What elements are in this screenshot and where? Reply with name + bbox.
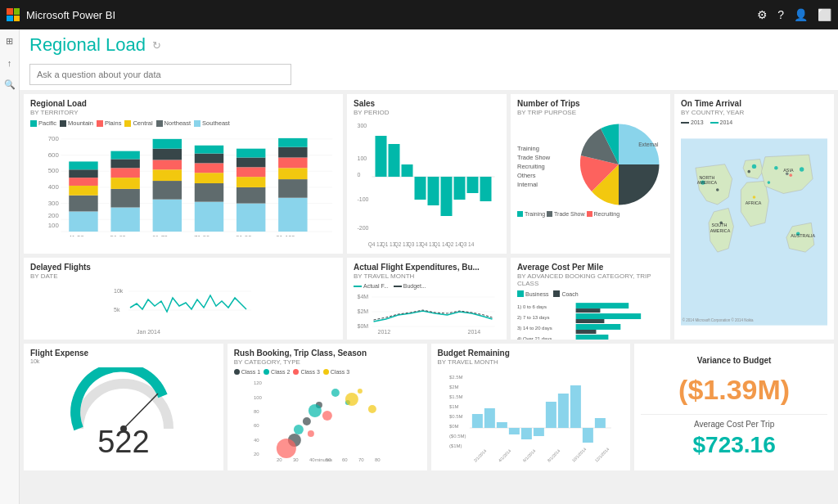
svg-text:4/1/2014: 4/1/2014 (497, 448, 511, 463)
svg-rect-49 (278, 138, 307, 147)
svg-rect-22 (110, 178, 139, 189)
svg-rect-175 (533, 428, 543, 436)
qa-input[interactable] (29, 64, 291, 85)
row3: Flight Expense 10k 0 645 (24, 344, 834, 470)
svg-rect-31 (153, 139, 182, 149)
actual-subtitle: BY TRAVEL MONTH (354, 272, 500, 280)
svg-text:600: 600 (48, 151, 60, 159)
refresh-icon[interactable]: ↻ (152, 39, 161, 52)
svg-point-144 (294, 425, 304, 434)
svg-rect-21 (110, 189, 139, 208)
svg-text:2/1/2014: 2/1/2014 (472, 448, 487, 463)
svg-rect-25 (110, 151, 139, 160)
gauge-value: 522 (97, 425, 149, 460)
svg-rect-118 (576, 303, 629, 308)
svg-text:$2M: $2M (358, 308, 369, 314)
avg-cost-title: Average Cost Per Mile (517, 263, 664, 272)
window-icon[interactable]: ⬜ (818, 8, 831, 21)
sidebar-icon-grid[interactable]: ⊞ (6, 36, 13, 47)
avg-cost-card: Average Cost Per Mile BY ADVANCED BOOKIN… (511, 258, 670, 340)
svg-text:$2M: $2M (448, 385, 458, 389)
app-logo: Microsoft Power BI (7, 8, 115, 21)
svg-rect-67 (441, 177, 453, 216)
regional-load-chart: 700 600 500 400 300 200 100 (30, 130, 336, 236)
svg-rect-180 (594, 418, 605, 428)
svg-rect-172 (496, 422, 507, 428)
svg-text:2014: 2014 (468, 329, 481, 335)
svg-text:61-70: 61-70 (152, 234, 168, 236)
sidebar-icon-nav[interactable]: ↑ (7, 58, 12, 68)
svg-text:20: 20 (254, 452, 259, 457)
svg-text:($1M): ($1M) (448, 443, 462, 448)
svg-rect-32 (195, 202, 223, 232)
svg-point-82 (716, 188, 719, 191)
settings-icon[interactable]: ⚙ (757, 8, 768, 21)
svg-text:4) Over 21 days: 4) Over 21 days (517, 336, 552, 340)
svg-text:$1.5M: $1.5M (448, 394, 462, 399)
svg-rect-15 (69, 196, 97, 212)
svg-rect-171 (484, 408, 494, 428)
svg-rect-62 (376, 136, 387, 177)
svg-point-87 (800, 167, 804, 171)
svg-rect-120 (576, 324, 621, 330)
svg-text:ASIA: ASIA (783, 168, 794, 173)
svg-text:6/1/2014: 6/1/2014 (521, 448, 536, 463)
svg-rect-41 (237, 167, 265, 177)
svg-point-142 (303, 417, 311, 425)
sidebar-icon-search[interactable]: 🔍 (4, 79, 16, 90)
svg-point-152 (345, 393, 358, 406)
trips-title: Number of Trips (517, 99, 664, 108)
svg-text:20: 20 (277, 457, 282, 462)
svg-rect-122 (576, 308, 601, 313)
svg-rect-174 (520, 428, 531, 439)
svg-text:300: 300 (48, 200, 60, 207)
svg-rect-14 (69, 211, 97, 232)
variance-card: Variance to Budget ($1.39M) Average Cost… (634, 344, 834, 470)
user-icon[interactable]: 👤 (794, 8, 808, 21)
avg-cost-subtitle: BY ADVANCED BOOKING CATEGORY, TRIP CLASS (517, 272, 664, 287)
svg-text:$0M: $0M (358, 323, 369, 329)
variance-value: ($1.39M) (641, 374, 827, 406)
svg-text:$1M: $1M (448, 404, 458, 409)
svg-text:NORTH: NORTH (699, 175, 714, 180)
svg-text:($0.5M): ($0.5M) (448, 434, 466, 439)
avgcost-chart: 1) 0 to 6 days 2) 7 to 13 days 3) 14 to … (517, 299, 664, 340)
svg-rect-123 (576, 319, 605, 323)
svg-point-145 (309, 404, 322, 417)
ontime-map-card: On Time Arrival BY COUNTRY, YEAR 2013 20… (674, 94, 834, 340)
svg-text:5k: 5k (114, 307, 120, 313)
rush-chart: 120 100 80 60 40 20 minutes (234, 376, 421, 462)
flight-expense-card: Flight Expense 10k 0 645 (24, 344, 223, 470)
help-icon[interactable]: ? (777, 8, 784, 21)
svg-rect-18 (69, 169, 97, 178)
svg-rect-124 (576, 330, 597, 334)
svg-rect-37 (195, 146, 223, 154)
svg-text:2) 7 to 13 days: 2) 7 to 13 days (517, 315, 549, 320)
svg-text:AMERICA: AMERICA (710, 228, 731, 233)
trips-subtitle: BY TRIP PURPOSE (517, 109, 664, 116)
svg-rect-17 (69, 178, 97, 186)
svg-rect-173 (508, 428, 519, 434)
svg-rect-70 (480, 177, 492, 201)
dashboard-title-row: Regional Load ↻ (29, 34, 828, 56)
svg-rect-44 (278, 198, 307, 232)
flight-expense-title: Flight Expense (30, 349, 217, 358)
svg-point-86 (789, 173, 792, 177)
actual-chart: $4M $2M $0M 2012 2014 (354, 290, 500, 335)
svg-text:80: 80 (254, 409, 259, 414)
svg-text:300: 300 (358, 123, 367, 128)
svg-text:$0.5M: $0.5M (448, 414, 462, 419)
svg-point-146 (331, 389, 340, 397)
svg-text:71-80: 71-80 (194, 234, 210, 236)
actual-title: Actual Flight Expenditures, Bu... (354, 263, 500, 272)
svg-rect-66 (428, 177, 439, 205)
budget-large-subtitle: BY TRAVEL MONTH (438, 358, 624, 366)
world-map: NORTH AMERICA SOUTH AMERICA AFRICA ASIA … (681, 128, 827, 336)
page-title: Regional Load (29, 34, 146, 56)
svg-rect-119 (576, 313, 642, 319)
svg-text:400: 400 (48, 183, 60, 191)
svg-text:8/1/2014: 8/1/2014 (546, 448, 561, 463)
svg-text:10k: 10k (114, 288, 124, 294)
svg-point-91 (768, 181, 771, 184)
svg-rect-40 (237, 177, 265, 187)
